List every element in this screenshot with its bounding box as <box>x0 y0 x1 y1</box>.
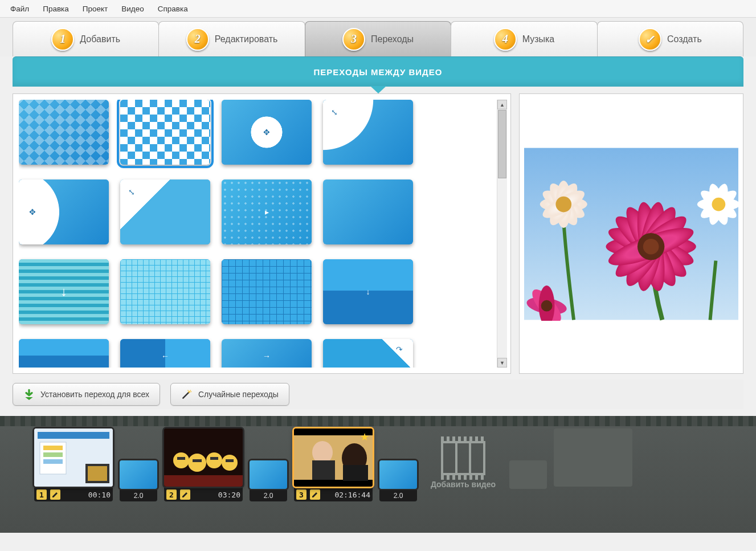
transition-thumb[interactable]: ↷ <box>323 339 413 368</box>
transition-thumb[interactable]: ✥ <box>19 179 109 244</box>
menu-help[interactable]: Справка <box>152 2 194 15</box>
preview-canvas <box>524 147 738 321</box>
menu-project[interactable]: Проект <box>77 2 113 15</box>
transition-thumb[interactable] <box>19 339 109 368</box>
svg-rect-34 <box>43 452 63 457</box>
svg-rect-31 <box>38 432 109 439</box>
clip-thumbnail <box>164 428 243 487</box>
arrow-left-icon: ← <box>161 352 169 361</box>
transition-duration: 2.0 <box>379 490 417 501</box>
clip-thumbnail <box>34 428 113 487</box>
scroll-down-button[interactable]: ▼ <box>497 358 507 368</box>
transition-thumb[interactable]: ▸ <box>222 179 312 244</box>
section-header: ПЕРЕХОДЫ МЕЖДУ ВИДЕО <box>13 56 743 87</box>
transition-mini-thumb <box>120 460 157 489</box>
arrow-icon: ▸ <box>265 207 269 217</box>
move-icon: ✥ <box>263 128 270 137</box>
menu-bar: Файл Правка Проект Видео Справка <box>0 0 756 18</box>
transition-mini-thumb <box>379 460 417 489</box>
step-label: Редактировать <box>215 34 278 44</box>
film-icon <box>441 441 485 475</box>
clip-duration: 03:20 <box>218 491 240 499</box>
transition-thumb[interactable] <box>120 259 210 324</box>
step-check-icon: ✓ <box>639 28 661 51</box>
scroll-thumb[interactable] <box>498 110 506 178</box>
svg-point-42 <box>222 455 238 471</box>
step-number-icon: 4 <box>494 28 517 51</box>
transition-thumb[interactable]: ✥ <box>222 100 312 165</box>
svg-rect-54 <box>343 465 368 481</box>
pencil-icon[interactable] <box>50 489 60 500</box>
transition-thumb[interactable] <box>222 259 312 324</box>
transition-thumb[interactable]: ⤡ <box>323 100 413 165</box>
menu-edit[interactable]: Правка <box>37 2 75 15</box>
transition-thumb[interactable] <box>120 100 210 165</box>
step-tab-create[interactable]: ✓ Создать <box>597 21 743 56</box>
transition-thumb[interactable] <box>19 100 109 165</box>
timeline-clip[interactable]: 2 03:20 <box>164 428 243 501</box>
apply-all-button[interactable]: Установить переход для всех <box>13 383 160 406</box>
clip-info: 2 03:20 <box>164 488 243 501</box>
clip-number: 1 <box>36 489 47 500</box>
step-tab-transitions[interactable]: 3 Переходы <box>305 21 451 56</box>
transition-thumb[interactable]: ↓ <box>323 259 413 324</box>
svg-point-41 <box>206 452 222 468</box>
svg-rect-35 <box>43 459 63 464</box>
scroll-up-button[interactable]: ▲ <box>497 100 507 109</box>
transition-thumb[interactable]: ← <box>120 339 210 368</box>
timeline-clip[interactable]: ★ 3 02:16:44 <box>294 428 373 501</box>
add-video-button[interactable]: Добавить видео <box>424 428 502 501</box>
pencil-icon[interactable] <box>310 489 320 500</box>
svg-point-28 <box>541 300 553 311</box>
clip-number: 3 <box>296 489 307 500</box>
step-number-icon: 1 <box>51 28 74 51</box>
step-tab-music[interactable]: 4 Музыка <box>451 21 597 56</box>
svg-point-39 <box>173 452 189 468</box>
svg-rect-44 <box>193 459 202 462</box>
step-label: Переходы <box>371 34 414 44</box>
step-number-icon: 3 <box>342 28 365 51</box>
button-label: Случайные переходы <box>198 390 279 399</box>
transition-mini-thumb <box>250 460 287 489</box>
timeline-placeholder-clip <box>554 428 632 487</box>
svg-point-29 <box>188 391 190 393</box>
transition-thumb[interactable]: ↓ <box>19 259 109 324</box>
transition-thumb[interactable]: → <box>222 339 312 368</box>
transitions-gallery: ✥ ⤡ ✥ ⤡ ▸ ↓ ↓ ← → ↷ ▲ ▼ <box>13 93 511 374</box>
timeline-transition[interactable]: 2.0 <box>250 460 287 501</box>
step-tab-add[interactable]: 1 Добавить <box>13 21 159 56</box>
timeline-transition[interactable]: 2.0 <box>120 460 157 501</box>
pencil-icon[interactable] <box>180 489 190 500</box>
add-video-label: Добавить видео <box>431 480 496 489</box>
expand-icon: ⤡ <box>331 108 338 117</box>
step-label: Добавить <box>80 34 120 44</box>
transition-duration: 2.0 <box>120 490 157 501</box>
scrollbar[interactable]: ▲ ▼ <box>497 100 507 368</box>
step-tab-edit[interactable]: 2 Редактировать <box>158 21 305 56</box>
svg-point-7 <box>555 196 571 212</box>
preview-image <box>524 147 738 321</box>
transition-thumb[interactable] <box>323 179 413 244</box>
svg-point-18 <box>643 238 659 254</box>
menu-video[interactable]: Видео <box>116 2 149 15</box>
work-area: ✥ ⤡ ✥ ⤡ ▸ ↓ ↓ ← → ↷ ▲ ▼ <box>13 93 743 374</box>
random-transitions-button[interactable]: Случайные переходы <box>170 383 289 406</box>
transition-thumb[interactable]: ⤡ <box>120 179 210 244</box>
button-label: Установить переход для всех <box>40 390 149 399</box>
timeline-transition[interactable]: 2.0 <box>379 460 417 501</box>
timeline-clip[interactable]: 1 00:10 <box>34 428 113 501</box>
svg-rect-37 <box>88 466 107 481</box>
clip-info: 1 00:10 <box>34 488 113 501</box>
arrow-down-icon: ↓ <box>61 284 67 299</box>
curl-icon: ↷ <box>396 345 403 354</box>
arrow-down-icon: ↓ <box>366 287 370 296</box>
star-icon: ★ <box>360 431 369 443</box>
arrow-right-icon: → <box>263 352 271 361</box>
clip-info: 3 02:16:44 <box>294 488 373 501</box>
svg-point-24 <box>712 197 725 211</box>
clip-number: 2 <box>166 489 177 500</box>
menu-file[interactable]: Файл <box>5 2 35 15</box>
step-label: Создать <box>667 34 702 44</box>
svg-point-40 <box>188 454 206 472</box>
buttons-strip: Установить переход для всех Случайные пе… <box>13 379 743 409</box>
